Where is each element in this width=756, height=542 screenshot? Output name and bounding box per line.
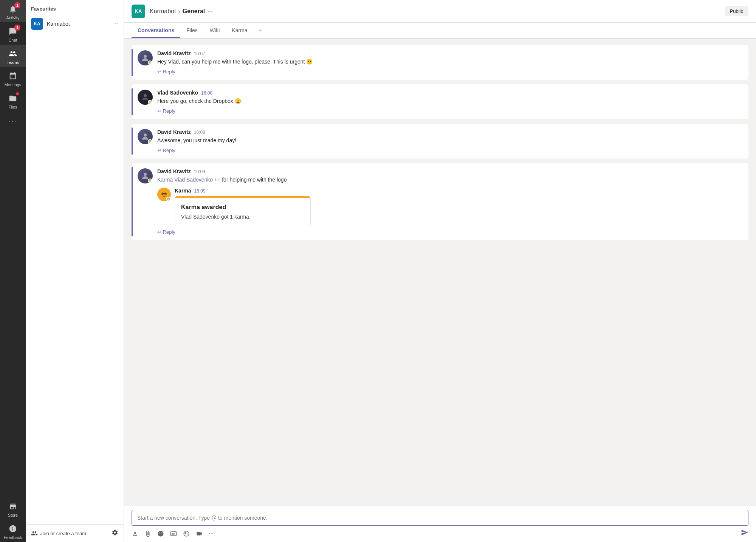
david-avatar-2 [138,129,153,144]
message-3-text: Awesome, you just made my day! [157,137,742,144]
vlad-avatar [138,90,153,105]
david-avatar-1 [138,50,153,65]
sidebar-item-karmabot[interactable]: KA Karmabot ··· [26,15,124,33]
sticker-icon[interactable] [183,530,190,537]
join-team-label: Join or create a team [40,531,86,536]
sidebar-footer: Join or create a team [26,524,124,542]
tab-files[interactable]: Files [180,23,204,38]
channel-options-button[interactable]: ··· [207,7,213,15]
channel-name: General [183,8,205,15]
message-3-author: David Kravitz [157,129,191,135]
karma-award-text: Vlad Sadovenko got 1 karma. [181,214,304,220]
rail-feedback-label: Feedback [4,535,22,540]
karma-bot-body: Karma 16:09 Karma awarded Vlad Sadovenko… [175,188,742,226]
join-team-button[interactable]: Join or create a team [31,530,86,537]
message-1: David Kravitz 16:07 Hey Vlad, can you he… [132,45,748,80]
message-4: David Kravitz 16:09 Karma Vlad Sadovenko… [132,163,748,240]
message-1-body: David Kravitz 16:07 Hey Vlad, can you he… [157,50,742,75]
tab-karma[interactable]: Karma [226,23,253,38]
channel-header: KA Karmabot › General ··· Public [124,0,756,23]
message-4-reply[interactable]: ↩ Reply [157,229,742,235]
message-2-body: Vlad Sadovenko 16:08 Here you go, check … [157,90,742,114]
karma-award-title: Karma awarded [181,204,304,211]
message-4-time: 16:09 [194,169,205,174]
format-icon[interactable] [132,530,138,537]
message-1-text: Hey Vlad, can you help me with the logo,… [157,58,742,66]
rail-item-teams[interactable]: Teams [0,45,26,67]
karmabot-name: Karmabot [47,21,110,27]
store-icon [8,501,18,512]
channel-tabs: Conversations Files Wiki Karma + [124,23,756,39]
channel-title: Karmabot › General ··· [150,7,725,15]
message-2-text: Here you go, check the Dropbox 😀 [157,97,742,105]
message-4-author: David Kravitz [157,168,191,174]
rail-item-meetings[interactable]: Meetings [0,67,26,89]
message-4-text: Karma Vlad Sadovenko ++ for helping me w… [157,176,742,184]
send-button[interactable] [741,529,748,538]
karma-bot-name: Karma [175,188,191,194]
rail-files-label: Files [8,105,17,109]
gif-icon[interactable]: GIF [170,530,177,537]
message-3-reply[interactable]: ↩ Reply [157,148,742,153]
feedback-icon [8,523,18,534]
message-4-header: David Kravitz 16:09 [157,168,742,174]
karma-card-content: Karma awarded Vlad Sadovenko got 1 karma… [175,198,310,226]
message-2-reply[interactable]: ↩ Reply [157,108,742,114]
left-rail: 1 Activity 1 Chat Teams Meetings Files .… [0,0,26,542]
online-status-david-3 [148,179,152,183]
main-content: KA Karmabot › General ··· Public Convers… [124,0,756,542]
rail-item-store[interactable]: Store [0,497,26,520]
message-bar-2 [132,88,133,115]
composer-input[interactable] [132,510,748,526]
more-options-icon[interactable]: ··· [209,530,214,537]
message-2-header: Vlad Sadovenko 16:08 [157,90,742,96]
video-icon[interactable] [196,530,203,537]
rail-item-feedback[interactable]: Feedback [0,520,26,542]
rail-item-files[interactable]: Files [0,89,26,112]
activity-badge: 1 [14,2,20,8]
settings-button[interactable] [112,529,118,537]
rail-more[interactable]: ... [9,112,17,129]
rail-meetings-label: Meetings [5,82,22,87]
message-2-time: 16:08 [201,90,212,96]
message-2: Vlad Sadovenko 16:08 Here you go, check … [132,84,748,119]
files-dot-badge [16,92,19,95]
message-1-header: David Kravitz 16:07 [157,50,742,56]
svg-point-2 [144,134,147,137]
rail-activity-label: Activity [6,16,20,20]
tab-conversations[interactable]: Conversations [132,23,180,38]
emoji-icon[interactable] [157,530,164,537]
karma-awarded-card: Karma awarded Vlad Sadovenko got 1 karma… [175,196,311,226]
messages-list: David Kravitz 16:07 Hey Vlad, can you he… [124,39,756,506]
sidebar: Favourites KA Karmabot ··· Join or creat… [26,0,124,542]
sidebar-item-more[interactable]: ··· [113,20,118,27]
svg-text:GIF: GIF [172,533,175,535]
online-status-david-2 [148,139,152,144]
bell-icon: 1 [8,4,18,14]
rail-item-activity[interactable]: 1 Activity [0,0,26,22]
attach-icon[interactable] [144,530,151,537]
svg-point-1 [144,94,147,97]
karma-bot-header: Karma 16:09 [175,188,742,194]
svg-point-3 [144,173,147,176]
karma-bot-time: 16:09 [194,188,206,194]
message-3-header: David Kravitz 16:08 [157,129,742,135]
composer: GIF ··· [124,506,756,542]
tab-wiki[interactable]: Wiki [204,23,226,38]
message-3-body: David Kravitz 16:08 Awesome, you just ma… [157,129,742,153]
channel-avatar: KA [132,5,145,18]
calendar-icon [8,71,18,81]
message-1-reply[interactable]: ↩ Reply [157,69,742,75]
message-2-author: Vlad Sadovenko [157,90,198,96]
tab-add-button[interactable]: + [253,23,266,38]
rail-teams-label: Teams [7,60,19,65]
breadcrumb-chevron: › [178,8,180,15]
karmabot-avatar: KA [31,18,43,30]
message-3: David Kravitz 16:08 Awesome, you just ma… [132,124,748,158]
team-name: Karmabot [150,8,176,15]
david-avatar-3 [138,168,153,183]
svg-point-0 [144,55,147,58]
rail-item-chat[interactable]: 1 Chat [0,22,26,45]
public-badge[interactable]: Public [725,6,748,16]
online-status [148,61,152,65]
